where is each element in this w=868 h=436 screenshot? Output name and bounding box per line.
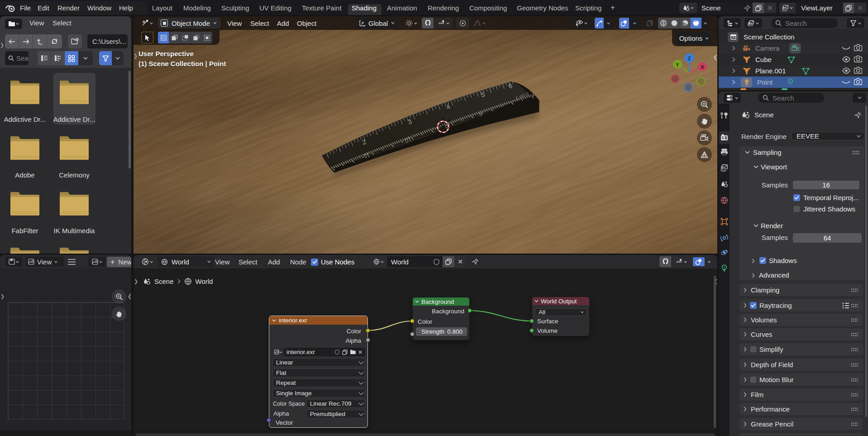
- svg-text:X: X: [701, 64, 704, 70]
- svg-text:Z: Z: [688, 56, 691, 61]
- svg-text:Y: Y: [676, 62, 679, 67]
